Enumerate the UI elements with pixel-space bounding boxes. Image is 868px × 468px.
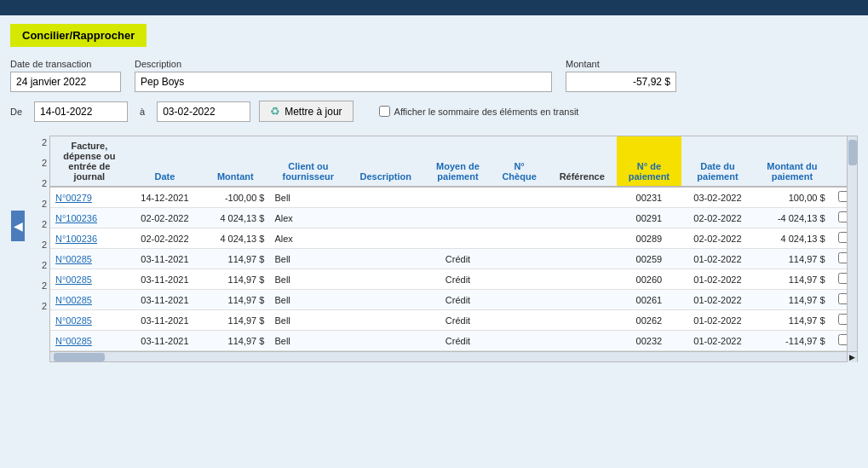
table-cell: 114,97 $	[754, 269, 830, 290]
table-row: N°0028503-11-2021114,97 $BellCrédit00259…	[50, 249, 857, 269]
scrollbar-thumb	[848, 140, 857, 165]
de-date-input[interactable]	[34, 101, 128, 122]
table-cell: Bell	[269, 249, 347, 269]
side-numbers: 2 2 2 2 2 2 2 2 2	[26, 130, 49, 352]
table-cell: Bell	[269, 331, 347, 351]
table-cell: Bell	[269, 310, 347, 331]
table-header-row: Facture,dépense ouentrée dejournal Date …	[50, 136, 857, 187]
table-cell: 114,97 $	[201, 269, 269, 290]
table-cell[interactable]: N°00285	[50, 290, 129, 310]
table-cell	[547, 208, 617, 228]
table-cell: Alex	[269, 208, 347, 228]
table-cell[interactable]: N°100236	[50, 208, 129, 228]
table-cell	[491, 187, 548, 208]
table-cell: 01-02-2022	[681, 310, 755, 331]
scroll-right-arrow[interactable]: ▶	[847, 352, 857, 362]
montant-input[interactable]	[566, 72, 676, 92]
table-cell[interactable]: N°00285	[50, 310, 129, 331]
horizontal-scrollbar-thumb	[54, 353, 105, 361]
side-num: 2	[26, 153, 49, 173]
table-cell: 03-02-2022	[681, 187, 755, 208]
table-cell	[347, 310, 424, 331]
table-cell: 4 024,13 $	[201, 228, 269, 249]
montant-group: Montant	[566, 59, 676, 92]
table-cell: 4 024,13 $	[754, 228, 830, 249]
top-bar	[0, 0, 868, 15]
transit-label: Afficher le sommaire des éléments en tra…	[394, 107, 579, 117]
table-cell: 114,97 $	[201, 249, 269, 269]
table-cell	[424, 187, 491, 208]
table-row: N°0028503-11-2021114,97 $BellCrédit00261…	[50, 290, 857, 310]
table-cell[interactable]: N°00285	[50, 249, 129, 269]
table-cell: 00291	[617, 208, 681, 228]
table-cell	[547, 290, 617, 310]
table-cell	[491, 310, 548, 331]
table-cell: 03-11-2021	[129, 331, 202, 351]
table-cell: 00232	[617, 331, 681, 351]
table-cell: 03-11-2021	[129, 310, 202, 331]
table-cell: 114,97 $	[201, 290, 269, 310]
date-input[interactable]	[10, 72, 121, 92]
transit-checkbox[interactable]	[379, 106, 390, 117]
side-num: 2	[26, 173, 49, 194]
refresh-icon: ♻	[270, 105, 280, 118]
table-row: N°10023602-02-20224 024,13 $Alex0029102-…	[50, 208, 857, 228]
table-cell: 00289	[617, 228, 681, 249]
table-cell	[491, 249, 548, 269]
table-cell[interactable]: N°00285	[50, 331, 129, 351]
update-button[interactable]: ♻ Mettre à jour	[259, 101, 353, 122]
side-num: 2	[26, 132, 49, 153]
de-label: De	[10, 107, 22, 117]
table-cell	[347, 290, 424, 310]
table-cell: 01-02-2022	[681, 249, 755, 269]
table-cell: 02-02-2022	[129, 208, 202, 228]
table-cell	[347, 269, 424, 290]
table-cell	[547, 228, 617, 249]
th-journal: Facture,dépense ouentrée dejournal	[50, 136, 129, 187]
table-cell[interactable]: N°00285	[50, 269, 129, 290]
desc-input[interactable]	[135, 72, 552, 92]
side-num: 2	[26, 234, 49, 255]
data-table-container: Facture,dépense ouentrée dejournal Date …	[49, 136, 858, 352]
table-cell	[347, 249, 424, 269]
scrollbar[interactable]	[847, 136, 857, 351]
horizontal-scrollbar[interactable]: ▶	[49, 352, 858, 362]
table-cell: 03-11-2021	[129, 269, 202, 290]
table-cell: 00231	[617, 187, 681, 208]
table-cell	[547, 187, 617, 208]
table-cell	[491, 290, 548, 310]
montant-label: Montant	[566, 59, 676, 69]
table-cell: Crédit	[424, 269, 491, 290]
update-label: Mettre à jour	[285, 106, 342, 118]
table-cell[interactable]: N°100236	[50, 228, 129, 249]
table-cell: 03-11-2021	[129, 290, 202, 310]
th-nopaiement: N° depaiement	[617, 136, 681, 187]
table-cell: 14-12-2021	[129, 187, 202, 208]
table-cell: 114,97 $	[754, 249, 830, 269]
table-cell: 01-02-2022	[681, 331, 755, 351]
table-cell	[491, 269, 548, 290]
table-cell: 114,97 $	[201, 331, 269, 351]
transit-checkbox-row: Afficher le sommaire des éléments en tra…	[379, 106, 579, 117]
table-cell	[547, 269, 617, 290]
th-reference: Référence	[547, 136, 617, 187]
data-table: Facture,dépense ouentrée dejournal Date …	[50, 136, 857, 351]
table-cell[interactable]: N°00279	[50, 187, 129, 208]
table-cell: 02-02-2022	[129, 228, 202, 249]
th-date: Date	[129, 136, 202, 187]
th-description: Description	[347, 136, 424, 187]
table-row: N°0028503-11-2021114,97 $BellCrédit00232…	[50, 331, 857, 351]
nav-left-arrow[interactable]: ◀	[11, 211, 25, 241]
table-row: N°0027914-12-2021-100,00 $Bell0023103-02…	[50, 187, 857, 208]
table-row: N°0028503-11-2021114,97 $BellCrédit00260…	[50, 269, 857, 290]
form-row-1: Date de transaction Description Montant	[10, 59, 858, 92]
table-cell	[347, 187, 424, 208]
a-date-input[interactable]	[157, 101, 250, 122]
table-cell: Bell	[269, 187, 347, 208]
concilier-button[interactable]: Concilier/Rapprocher	[10, 24, 147, 47]
th-datepaiement: Date dupaiement	[681, 136, 755, 187]
table-cell: Crédit	[424, 331, 491, 351]
table-cell: 114,97 $	[754, 290, 830, 310]
side-num: 2	[26, 296, 49, 316]
table-cell: 02-02-2022	[681, 228, 755, 249]
